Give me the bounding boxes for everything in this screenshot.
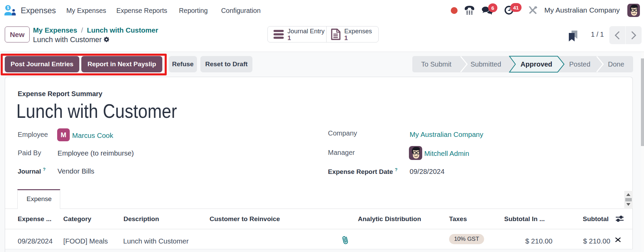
svg-text:$: $ (7, 5, 9, 10)
